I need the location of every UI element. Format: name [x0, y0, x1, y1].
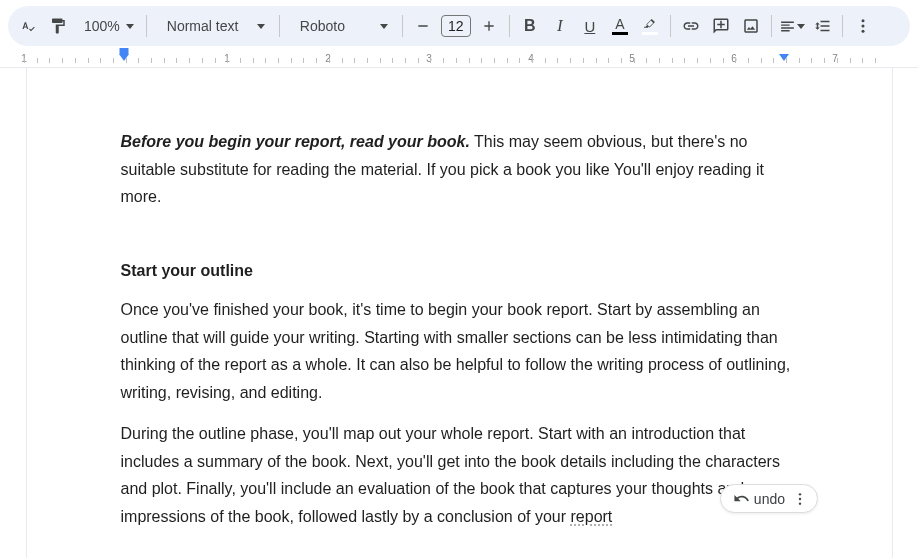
decrease-font-size-button[interactable] — [409, 12, 437, 40]
image-icon — [742, 17, 760, 35]
paragraph-style-value: Normal text — [167, 18, 239, 34]
ruler-tick — [176, 58, 177, 63]
font-family-value: Roboto — [300, 18, 345, 34]
ruler-tick — [583, 58, 584, 63]
ruler-tick — [202, 58, 203, 63]
underline-button[interactable]: U — [576, 12, 604, 40]
ruler-tick — [621, 58, 622, 63]
zoom-value: 100% — [84, 18, 120, 34]
ruler-tick — [380, 58, 381, 63]
ruler-tick — [875, 58, 876, 63]
ruler-tick — [316, 58, 317, 63]
left-indent-marker[interactable] — [119, 54, 129, 61]
ruler-tick — [837, 58, 838, 63]
ruler-tick — [405, 58, 406, 63]
ruler-tick — [799, 58, 800, 63]
separator — [146, 15, 147, 37]
ruler-tick — [215, 58, 216, 63]
ruler-tick — [710, 58, 711, 63]
ruler-tick — [735, 58, 736, 63]
more-toolbar-button[interactable] — [849, 12, 877, 40]
ruler-tick — [278, 58, 279, 63]
ruler-tick — [811, 58, 812, 63]
svg-point-4 — [799, 497, 801, 499]
separator — [771, 15, 772, 37]
undo-more-button[interactable] — [789, 491, 811, 507]
ruler-tick — [329, 58, 330, 63]
ruler-tick — [545, 58, 546, 63]
ruler-tick — [684, 58, 685, 63]
ruler-tick — [748, 58, 749, 63]
line-spacing-icon — [813, 17, 831, 35]
grammar-suggestion-span[interactable]: report — [571, 508, 613, 525]
ruler-tick — [494, 58, 495, 63]
ruler-tick — [824, 58, 825, 63]
insert-image-button[interactable] — [737, 12, 765, 40]
ruler-tick — [303, 58, 304, 63]
add-comment-icon — [712, 17, 730, 35]
more-vertical-icon — [792, 491, 808, 507]
bold-button[interactable]: B — [516, 12, 544, 40]
horizontal-ruler[interactable]: 1 1 2 3 4 5 6 7 — [0, 52, 918, 68]
ruler-tick — [646, 58, 647, 63]
highlight-color-button[interactable] — [636, 12, 664, 40]
increase-font-size-button[interactable] — [475, 12, 503, 40]
right-indent-marker[interactable] — [779, 54, 789, 61]
caret-down-icon — [380, 24, 388, 29]
ruler-tick — [37, 58, 38, 63]
ruler-tick — [24, 58, 25, 63]
paint-format-button[interactable] — [44, 12, 72, 40]
line-spacing-button[interactable] — [808, 12, 836, 40]
ruler-tick — [481, 58, 482, 63]
insert-link-button[interactable] — [677, 12, 705, 40]
ruler-tick — [354, 58, 355, 63]
text-color-button[interactable]: A — [606, 12, 634, 40]
ruler-tick — [100, 58, 101, 63]
svg-point-1 — [861, 25, 864, 28]
ruler-tick — [570, 58, 571, 63]
paragraph-style-dropdown[interactable]: Normal text — [153, 18, 273, 34]
separator — [279, 15, 280, 37]
add-comment-button[interactable] — [707, 12, 735, 40]
svg-point-2 — [861, 30, 864, 33]
ruler-tick — [862, 58, 863, 63]
ruler-tick — [189, 58, 190, 63]
ruler-tick — [151, 58, 152, 63]
ruler-tick — [113, 58, 114, 63]
separator — [842, 15, 843, 37]
font-size-input[interactable] — [441, 15, 471, 37]
paragraph[interactable]: During the outline phase, you'll map out… — [121, 420, 798, 530]
ruler-tick — [697, 58, 698, 63]
ruler-tick — [291, 58, 292, 63]
ruler-tick — [596, 58, 597, 63]
ruler-tick — [253, 58, 254, 63]
separator — [402, 15, 403, 37]
spellcheck-icon — [19, 17, 37, 35]
svg-point-5 — [799, 502, 801, 504]
ruler-tick — [723, 58, 724, 63]
font-family-dropdown[interactable]: Roboto — [286, 18, 396, 34]
link-icon — [682, 17, 700, 35]
ruler-tick — [786, 58, 787, 63]
ruler-tick — [418, 58, 419, 63]
ruler-tick — [62, 58, 63, 63]
caret-down-icon — [126, 24, 134, 29]
paint-format-icon — [49, 17, 67, 35]
separator — [670, 15, 671, 37]
ruler-tick — [265, 58, 266, 63]
ruler-tick — [443, 58, 444, 63]
plus-icon — [481, 18, 497, 34]
ruler-tick — [608, 58, 609, 63]
ruler-tick — [659, 58, 660, 63]
italic-button[interactable]: I — [546, 12, 574, 40]
spellcheck-button[interactable] — [14, 12, 42, 40]
zoom-dropdown[interactable]: 100% — [74, 18, 140, 34]
separator — [509, 15, 510, 37]
align-dropdown[interactable] — [778, 12, 806, 40]
svg-point-3 — [799, 493, 801, 495]
undo-label[interactable]: undo — [754, 491, 785, 507]
paragraph[interactable]: Before you begin your report, read your … — [121, 128, 798, 211]
paragraph[interactable]: Once you've finished your book, it's tim… — [121, 296, 798, 406]
heading[interactable]: Start your outline — [121, 257, 798, 285]
ruler-tick — [227, 58, 228, 63]
